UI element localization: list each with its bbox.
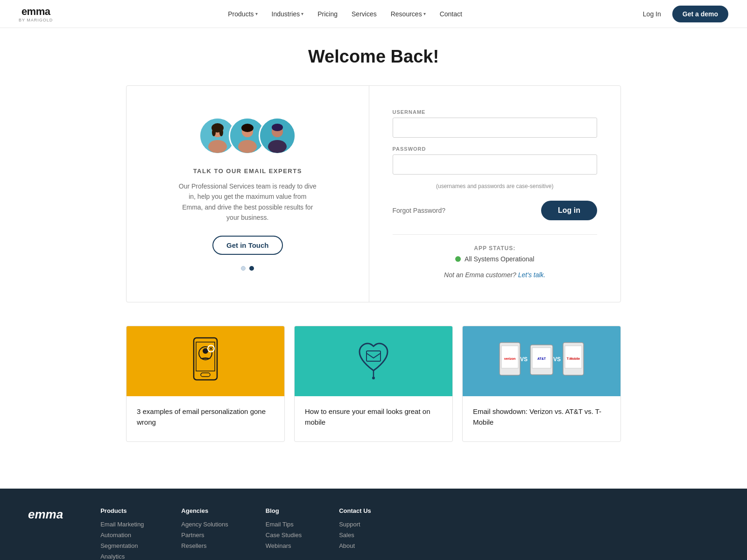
chevron-down-icon: ▾: [255, 11, 258, 16]
status-row: All Systems Operational: [393, 255, 598, 263]
footer-logo[interactable]: emma: [28, 507, 63, 522]
login-button[interactable]: Log In: [637, 7, 667, 21]
footer-link[interactable]: About: [339, 542, 371, 549]
footer-link[interactable]: Segmentation: [100, 542, 144, 549]
logo[interactable]: emma by MaRiGold: [19, 6, 53, 22]
footer-link[interactable]: Webinars: [266, 542, 302, 549]
nav-pricing[interactable]: Pricing: [312, 7, 343, 21]
avatar: [259, 117, 296, 154]
footer-col-agencies: Agencies Agency Solutions Partners Resel…: [181, 507, 228, 560]
app-status-section: APP STATUS: All Systems Operational: [393, 245, 598, 263]
footer-link[interactable]: Email Marketing: [100, 521, 144, 528]
status-text: All Systems Operational: [465, 255, 534, 263]
main-content: Welcome Back!: [117, 28, 630, 489]
svg-point-5: [212, 129, 216, 136]
footer-link[interactable]: Case Studies: [266, 532, 302, 539]
blog-card-body-3: Email showdown: Verizon vs. AT&T vs. T-M…: [463, 396, 620, 441]
footer-col-blog: Blog Email Tips Case Studies Webinars: [266, 507, 302, 560]
nav-services[interactable]: Services: [346, 7, 382, 21]
footer-col-title-contact: Contact Us: [339, 507, 371, 514]
nav-right: Log In Get a demo: [637, 6, 728, 22]
svg-text:VS: VS: [520, 356, 528, 363]
footer-link[interactable]: Analytics: [100, 553, 144, 560]
svg-text:verizon: verizon: [504, 357, 516, 360]
blog-card-2[interactable]: How to ensure your email looks great on …: [294, 326, 453, 442]
footer-link[interactable]: Partners: [181, 532, 228, 539]
page-title: Welcome Back!: [126, 47, 621, 67]
svg-text:T-Mobile: T-Mobile: [567, 357, 580, 360]
navbar: emma by MaRiGold Products ▾ Industries ▾…: [0, 0, 747, 28]
svg-rect-18: [273, 126, 282, 129]
footer-logo-area: emma: [28, 507, 63, 560]
blog-section: 3 examples of email personalization gone…: [126, 326, 621, 442]
footer-col-title-products: Products: [100, 507, 144, 514]
nav-products[interactable]: Products ▾: [222, 7, 263, 21]
svg-point-29: [372, 377, 375, 379]
blog-card-title-1: 3 examples of email personalization gone…: [137, 406, 274, 427]
divider: [393, 234, 598, 235]
status-indicator-green: [455, 256, 461, 262]
nav-contact[interactable]: Contact: [434, 7, 468, 21]
footer-link[interactable]: Automation: [100, 532, 144, 539]
blog-card-title-3: Email showdown: Verizon vs. AT&T vs. T-M…: [473, 406, 610, 427]
svg-rect-27: [366, 351, 381, 361]
svg-rect-12: [242, 128, 253, 131]
svg-text:AT&T: AT&T: [537, 357, 546, 360]
chevron-down-icon: ▾: [423, 11, 426, 16]
case-sensitive-note: (usernames and passwords are case-sensit…: [393, 183, 598, 189]
footer-link[interactable]: Support: [339, 521, 371, 528]
blog-card-title-2: How to ensure your email looks great on …: [305, 406, 442, 427]
carousel-dot-2[interactable]: [249, 266, 254, 271]
login-actions: Forgot Password? Log in: [393, 201, 598, 220]
password-input[interactable]: [393, 154, 598, 175]
get-demo-button[interactable]: Get a demo: [672, 6, 728, 22]
blog-card-body-1: 3 examples of email personalization gone…: [127, 396, 284, 441]
svg-point-2: [208, 140, 227, 153]
svg-text:VS: VS: [553, 356, 561, 363]
footer-top: emma Products Email Marketing Automation…: [28, 507, 719, 560]
carousel-dots: [241, 266, 254, 271]
experts-desc: Our Professional Services team is ready …: [177, 181, 317, 223]
username-input[interactable]: [393, 118, 598, 138]
experts-heading: TALK TO OUR EMAIL EXPERTS: [193, 168, 302, 175]
logo-sub: by MaRiGold: [19, 18, 53, 22]
footer-link[interactable]: Resellers: [181, 542, 228, 549]
blog-card-1[interactable]: 3 examples of email personalization gone…: [126, 326, 285, 442]
footer-col-title-agencies: Agencies: [181, 507, 228, 514]
blog-card-image-3: verizon VS AT&T VS T-Mobile: [463, 326, 620, 396]
blog-card-body-2: How to ensure your email looks great on …: [295, 396, 452, 441]
footer-link[interactable]: Email Tips: [266, 521, 302, 528]
blog-card-3[interactable]: verizon VS AT&T VS T-Mobile Email sho: [462, 326, 621, 442]
forgot-password-link[interactable]: Forgot Password?: [393, 207, 446, 214]
login-right-panel: USERNAME PASSWORD (usernames and passwor…: [369, 86, 621, 302]
lets-talk-link[interactable]: Let's talk.: [518, 271, 546, 279]
footer-link[interactable]: Sales: [339, 532, 371, 539]
blog-card-image-2: [295, 326, 452, 396]
chevron-down-icon: ▾: [301, 11, 303, 16]
svg-point-6: [219, 129, 223, 136]
get-in-touch-button[interactable]: Get in Touch: [212, 236, 283, 255]
footer-link[interactable]: Agency Solutions: [181, 521, 228, 528]
nav-resources[interactable]: Resources ▾: [385, 7, 431, 21]
blog-card-image-1: [127, 326, 284, 396]
login-section: TALK TO OUR EMAIL EXPERTS Our Profession…: [126, 85, 621, 302]
svg-rect-21: [201, 373, 210, 377]
carousel-dot-1[interactable]: [241, 266, 246, 271]
password-label: PASSWORD: [393, 146, 598, 152]
footer-col-title-blog: Blog: [266, 507, 302, 514]
footer-col-contact: Contact Us Support Sales About: [339, 507, 371, 560]
nav-industries[interactable]: Industries ▾: [266, 7, 310, 21]
login-submit-button[interactable]: Log in: [541, 201, 597, 220]
svg-point-15: [268, 140, 287, 153]
nav-center: Products ▾ Industries ▾ Pricing Services…: [222, 7, 468, 21]
footer: emma Products Email Marketing Automation…: [0, 489, 747, 560]
not-customer-text: Not an Emma customer? Let's talk.: [393, 271, 598, 279]
footer-col-products: Products Email Marketing Automation Segm…: [100, 507, 144, 560]
app-status-label: APP STATUS:: [393, 245, 598, 252]
login-left-panel: TALK TO OUR EMAIL EXPERTS Our Profession…: [127, 86, 369, 302]
experts-avatars: [199, 117, 296, 154]
svg-point-9: [238, 140, 257, 153]
username-label: USERNAME: [393, 109, 598, 115]
logo-text: emma: [21, 6, 50, 18]
